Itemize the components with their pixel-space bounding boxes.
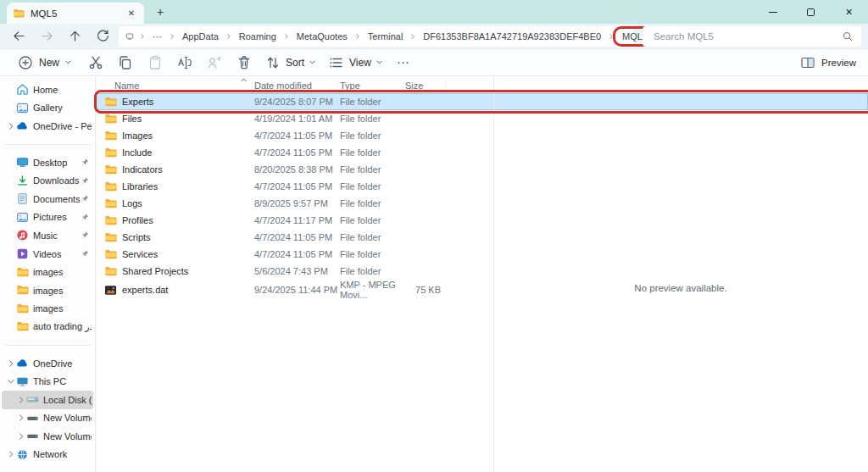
new-tab-button[interactable]: + <box>153 4 168 19</box>
search-box[interactable] <box>643 26 861 47</box>
sidebar-item-onedrive[interactable]: OneDrive <box>2 354 93 373</box>
minimize-button[interactable] <box>754 0 792 24</box>
sidebar-item-network[interactable]: Network <box>2 446 93 464</box>
search-input[interactable] <box>654 31 842 42</box>
folder-icon <box>104 231 117 244</box>
breadcrumb-overflow[interactable]: ⋯ <box>151 31 164 43</box>
file-row-files[interactable]: Files4/19/2024 1:01 AMFile folder <box>96 110 868 127</box>
share-button[interactable] <box>206 54 223 71</box>
sidebar-item-new-volume-e[interactable]: New Volume (E:) <box>2 427 93 446</box>
command-toolbar: New Sort View ⋯ Preview <box>0 49 868 76</box>
refresh-button[interactable] <box>96 29 110 43</box>
sidebar-item-onedrive-persona[interactable]: OneDrive - Persona <box>2 117 93 136</box>
sidebar-item-label: Network <box>33 449 92 459</box>
delete-button[interactable] <box>236 54 253 71</box>
address-bar[interactable]: ⋯ AppDataRoamingMetaQuotesTerminalDF6135… <box>119 26 634 47</box>
file-name: Indicators <box>102 164 253 176</box>
sidebar-item-this-pc[interactable]: This PC <box>2 372 93 391</box>
file-row-experts[interactable]: Experts9/24/2025 8:07 PMFile folder <box>96 93 868 110</box>
file-row-services[interactable]: Services4/7/2024 11:05 PMFile folder <box>96 246 868 263</box>
sidebar-item-pictures[interactable]: Pictures <box>2 208 93 227</box>
view-button[interactable]: View <box>328 54 383 71</box>
sidebar-item-videos[interactable]: Videos <box>2 245 93 264</box>
chevron-down-icon[interactable] <box>6 376 16 386</box>
chevron-down-icon <box>64 58 72 66</box>
breadcrumb-separator-icon <box>353 32 362 41</box>
sidebar-item-images[interactable]: images <box>2 300 93 319</box>
file-date-modified: 4/7/2024 11:05 PM <box>253 147 338 158</box>
tab-close-icon[interactable]: ✕ <box>125 7 138 20</box>
sidebar-item-auto-trading[interactable]: auto trading تاتريدر <box>2 318 93 336</box>
paste-button[interactable] <box>147 54 164 71</box>
folder-icon <box>16 284 29 297</box>
file-row-logs[interactable]: Logs8/9/2025 9:57 PMFile folder <box>96 195 868 212</box>
breadcrumb-item-roaming[interactable]: Roaming <box>237 31 278 42</box>
sort-button[interactable]: Sort <box>264 54 316 71</box>
navigation-sidebar: HomeGalleryOneDrive - PersonaDesktopDown… <box>0 76 96 472</box>
file-row-images[interactable]: Images4/7/2024 11:05 PMFile folder <box>96 127 868 144</box>
explorer-tab[interactable]: MQL5 ✕ <box>7 3 144 24</box>
file-name: experts.dat <box>102 284 253 297</box>
sidebar-divider <box>5 345 90 346</box>
breadcrumb-separator-icon <box>607 32 615 41</box>
file-name: Include <box>102 147 253 159</box>
chevron-down-icon <box>376 58 383 66</box>
rename-button[interactable] <box>176 54 193 71</box>
column-header-type[interactable]: Type <box>338 80 403 92</box>
chevron-spacer <box>6 194 16 204</box>
folder-icon <box>16 320 29 333</box>
column-header-row: NameDate modifiedTypeSize <box>96 78 868 93</box>
chevron-right-icon[interactable] <box>16 395 26 405</box>
file-name: Experts <box>102 96 253 108</box>
breadcrumb-item-terminal[interactable]: Terminal <box>366 31 405 42</box>
sidebar-item-new-volume-d[interactable]: New Volume (D:) <box>2 409 93 428</box>
more-options-button[interactable]: ⋯ <box>397 55 410 70</box>
sidebar-item-downloads[interactable]: Downloads <box>2 171 93 190</box>
column-header-size[interactable]: Size <box>403 80 446 92</box>
new-button[interactable]: New <box>12 51 77 75</box>
folder-icon <box>16 266 29 279</box>
chevron-right-icon[interactable] <box>6 449 16 459</box>
sidebar-item-images[interactable]: images <box>2 263 93 281</box>
folder-icon <box>13 8 25 19</box>
up-button[interactable] <box>68 29 82 43</box>
file-date-modified: 4/19/2024 1:01 AM <box>253 114 338 124</box>
file-date-modified: 4/7/2024 11:17 PM <box>253 215 338 225</box>
forward-button[interactable] <box>40 29 54 43</box>
sidebar-item-home[interactable]: Home <box>2 81 93 99</box>
desktop-monitor-icon[interactable] <box>125 32 134 41</box>
view-lines-icon <box>328 54 345 71</box>
file-row-indicators[interactable]: Indicators8/20/2025 8:38 PMFile folder <box>96 161 868 178</box>
sidebar-item-documents[interactable]: Documents <box>2 190 93 208</box>
chevron-right-icon[interactable] <box>16 431 26 441</box>
chevron-spacer <box>6 103 16 113</box>
sidebar-item-desktop[interactable]: Desktop <box>2 153 93 172</box>
maximize-button[interactable] <box>792 0 830 24</box>
file-row-shared-projects[interactable]: Shared Projects5/6/2024 7:43 PMFile fold… <box>96 263 868 280</box>
sidebar-item-local-disk-c[interactable]: Local Disk (C:) <box>2 391 93 409</box>
file-row-profiles[interactable]: Profiles4/7/2024 11:17 PMFile folder <box>96 212 868 229</box>
file-type: KMP - MPEG Movi... <box>338 280 403 300</box>
breadcrumb-item-appdata[interactable]: AppData <box>181 31 220 42</box>
file-row-include[interactable]: Include4/7/2024 11:05 PMFile folder <box>96 144 868 161</box>
cut-button[interactable] <box>87 54 104 71</box>
column-header-date-modified[interactable]: Date modified <box>253 80 338 92</box>
sidebar-item-music[interactable]: Music <box>2 226 93 245</box>
chevron-right-icon[interactable] <box>6 358 16 369</box>
sidebar-item-images[interactable]: images <box>2 281 93 300</box>
back-button[interactable] <box>12 29 26 43</box>
breadcrumb-item-metaquotes[interactable]: MetaQuotes <box>295 31 349 42</box>
breadcrumb-item-df61353bf8a1a742719a92383def4be0[interactable]: DF61353BF8A1A742719A92383DEF4BE0 <box>421 31 603 42</box>
column-header-name[interactable]: Name <box>102 80 253 92</box>
close-button[interactable]: ✕ <box>830 0 868 24</box>
preview-toggle-button[interactable]: Preview <box>799 54 856 71</box>
breadcrumb-separator-icon <box>168 32 176 41</box>
file-row-libraries[interactable]: Libraries4/7/2024 11:05 PMFile folder <box>96 178 868 195</box>
sidebar-item-gallery[interactable]: Gallery <box>2 99 93 118</box>
chevron-right-icon[interactable] <box>16 413 26 423</box>
chevron-right-icon[interactable] <box>6 121 16 131</box>
file-row-scripts[interactable]: Scripts4/7/2024 11:05 PMFile folder <box>96 229 868 246</box>
sidebar-item-label: Desktop <box>33 158 80 168</box>
cloud-icon <box>16 357 29 369</box>
copy-button[interactable] <box>117 54 134 71</box>
